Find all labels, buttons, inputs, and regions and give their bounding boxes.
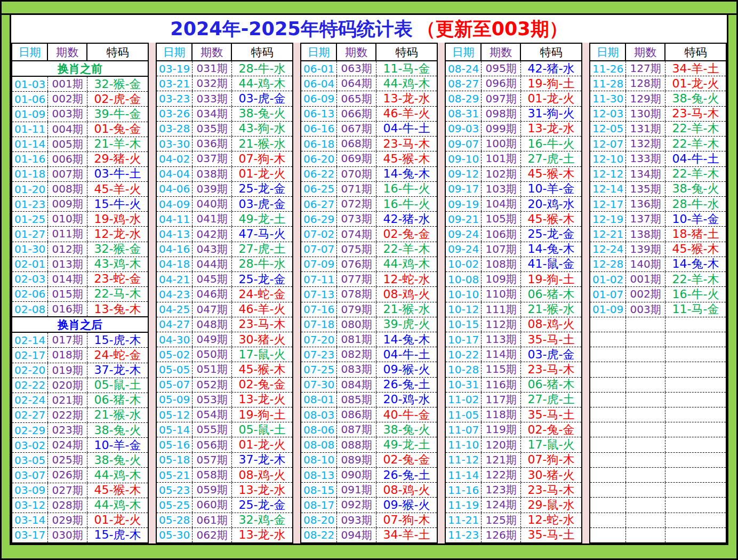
table-row: 06-16067期04-牛-土 [301, 121, 437, 136]
date-cell: 06-22 [301, 167, 337, 181]
table-row: 08-24095期42-猪-水 [446, 61, 581, 76]
table-row: 12-05131期22-羊-木 [590, 121, 726, 136]
period-cell: 115期 [482, 362, 521, 377]
period-cell [626, 393, 665, 407]
col-header-period: 期数 [337, 44, 376, 60]
period-cell: 097期 [482, 91, 521, 106]
table-row: 09-24106期25-龙-金 [446, 226, 581, 241]
code-cell: 14-兔-木 [521, 242, 581, 257]
code-cell: 16-牛-火 [521, 137, 581, 151]
col-header-code: 特码 [87, 44, 148, 60]
date-cell: 10-02 [446, 257, 482, 271]
code-cell [665, 393, 726, 407]
code-cell [665, 437, 726, 452]
table-row: 05-07052期02-兔-金 [157, 377, 292, 392]
date-cell: 04-25 [157, 302, 192, 317]
period-cell: 055期 [192, 422, 232, 437]
group-gap [293, 43, 300, 543]
code-cell: 45-猴-木 [665, 242, 726, 257]
date-cell: 03-02 [12, 438, 48, 452]
code-cell: 25-龙-金 [232, 272, 292, 286]
period-cell [626, 483, 665, 497]
table-row: 03-07026期44-鸡-木 [12, 467, 148, 482]
table-row: 10-08109期19-狗-土 [446, 271, 581, 286]
period-cell: 112期 [482, 317, 521, 332]
col-header-code: 特码 [665, 44, 726, 60]
column-header-row: 日期 期数 特码 [590, 44, 726, 61]
table-row: 10-22114期03-虎-金 [446, 347, 581, 362]
period-cell: 124期 [482, 498, 521, 512]
period-cell: 028期 [48, 498, 87, 513]
code-cell: 21-猴-水 [87, 408, 148, 422]
date-cell: 05-05 [157, 362, 192, 377]
date-cell: 08-15 [301, 483, 337, 497]
table-row: 10-31116期06-猪-木 [446, 377, 581, 392]
code-cell: 47-马-火 [232, 227, 292, 241]
period-cell: 125期 [482, 513, 521, 527]
table-row: 09-12102期45-猴-木 [446, 166, 581, 181]
rows-container: 换肖之前01-03001期32-猴-金01-06002期02-虎-金01-090… [12, 61, 148, 542]
code-cell: 38-兔-火 [665, 91, 726, 106]
period-cell: 057期 [192, 453, 232, 467]
period-cell: 136期 [626, 197, 665, 211]
table-row: 07-18080期39-虎-火 [301, 317, 437, 332]
code-cell [665, 362, 726, 377]
date-cell: 07-23 [301, 347, 337, 362]
code-cell [665, 483, 726, 497]
period-cell: 132期 [626, 137, 665, 151]
code-cell: 39-虎-火 [376, 317, 437, 332]
period-cell: 050期 [192, 347, 232, 362]
code-cell: 43-狗-水 [232, 122, 292, 136]
period-cell: 137期 [626, 212, 665, 226]
date-cell: 02-29 [12, 423, 48, 437]
code-cell: 44-鸡-木 [87, 468, 148, 482]
period-cell: 008期 [48, 182, 87, 196]
code-cell: 17-鼠-火 [521, 437, 581, 452]
date-cell: 01-14 [12, 137, 48, 151]
code-cell [665, 453, 726, 467]
code-cell: 49-龙-土 [376, 437, 437, 452]
date-cell [590, 513, 626, 527]
period-cell: 032期 [192, 76, 232, 91]
table-row: 01-02001期22-羊-木 [590, 271, 726, 286]
period-cell [626, 317, 665, 332]
table-row: 06-29073期42-猪-水 [301, 211, 437, 226]
date-cell: 12-05 [590, 122, 626, 136]
code-cell: 02-虎-金 [87, 92, 148, 106]
code-cell: 38-兔-火 [665, 182, 726, 196]
date-cell: 07-11 [301, 272, 337, 286]
table-row: 10-12111期21-猴-水 [446, 302, 581, 317]
code-cell: 30-猪-火 [232, 332, 292, 347]
col-header-date: 日期 [301, 44, 337, 60]
code-cell: 13-龙-水 [232, 528, 292, 542]
date-cell: 10-12 [446, 302, 482, 317]
table-row: 08-31098期31-狗-火 [446, 106, 581, 121]
period-cell: 012期 [48, 242, 87, 257]
period-cell: 134期 [626, 167, 665, 181]
table-row: 07-11077期12-蛇-水 [301, 271, 437, 286]
table-row: 11-28128期01-龙-火 [590, 76, 726, 91]
period-cell: 102期 [482, 167, 521, 181]
date-cell: 03-14 [12, 513, 48, 527]
table-row: 11-19124期29-鼠-水 [446, 497, 581, 512]
period-cell: 039期 [192, 182, 232, 196]
code-cell: 42-猪-水 [376, 212, 437, 226]
date-cell: 01-16 [12, 152, 48, 166]
period-cell [626, 437, 665, 452]
table-row: 08-08088期49-龙-土 [301, 437, 437, 452]
date-cell: 07-20 [301, 332, 337, 347]
code-cell: 38-兔-火 [376, 422, 437, 437]
table-row: 04-21045期25-龙-金 [157, 271, 292, 286]
table-row: 01-16006期29-猪-火 [12, 151, 148, 166]
date-cell: 06-29 [301, 212, 337, 226]
table-row: 03-05025期38-兔-火 [12, 452, 148, 467]
period-cell: 114期 [482, 347, 521, 362]
table-row: 10-10110期06-猪-木 [446, 286, 581, 301]
code-cell: 44-鸡-木 [376, 257, 437, 271]
date-cell: 03-05 [12, 453, 48, 467]
period-cell: 038期 [192, 167, 232, 181]
code-cell: 19-狗-土 [232, 407, 292, 422]
empty-row [590, 482, 726, 497]
code-cell: 22-羊-木 [665, 122, 726, 136]
table-row: 02-01013期43-鸡-木 [12, 257, 148, 271]
